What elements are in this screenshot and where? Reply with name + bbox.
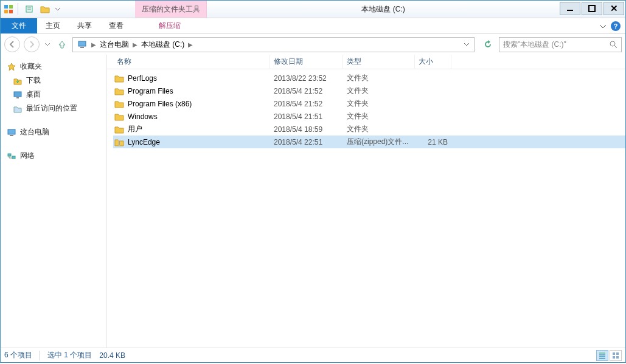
title-bar: 压缩的文件夹工具 本地磁盘 (C:) ✕ xyxy=(1,1,625,18)
col-name[interactable]: 名称 xyxy=(113,55,270,69)
chevron-right-icon[interactable]: ▶ xyxy=(90,41,97,48)
col-size[interactable]: 大小 xyxy=(415,55,451,69)
address-dropdown-icon[interactable] xyxy=(462,42,471,47)
svg-rect-27 xyxy=(613,352,615,355)
file-date: 2018/5/4 22:51 xyxy=(270,138,343,146)
file-date: 2013/8/22 23:52 xyxy=(270,74,343,83)
downloads-icon xyxy=(13,76,23,86)
chevron-right-icon[interactable]: ▶ xyxy=(131,41,139,48)
contextual-tab-header: 压缩的文件夹工具 xyxy=(135,1,207,18)
svg-line-12 xyxy=(614,46,617,48)
file-type: 文件夹 xyxy=(343,86,415,96)
recent-places-icon xyxy=(13,104,23,114)
sidebar-item-label: 网络 xyxy=(20,151,35,161)
view-large-icons-button[interactable] xyxy=(610,350,622,361)
crumb-current[interactable]: 本地磁盘 (C:) xyxy=(139,39,187,50)
address-bar[interactable]: ▶ 这台电脑 ▶ 本地磁盘 (C:) ▶ xyxy=(72,37,475,52)
navigation-bar: ▶ 这台电脑 ▶ 本地磁盘 (C:) ▶ 搜索"本地磁盘 (C:)" xyxy=(1,34,625,55)
qat-new-folder-button[interactable] xyxy=(38,2,52,16)
window-controls: ✕ xyxy=(560,1,625,18)
search-input[interactable]: 搜索"本地磁盘 (C:)" xyxy=(499,37,622,52)
svg-rect-28 xyxy=(616,352,619,355)
file-row[interactable]: 用户2018/5/4 18:59文件夹 xyxy=(113,123,625,136)
svg-rect-24 xyxy=(599,354,605,355)
svg-point-11 xyxy=(610,41,615,46)
tab-home[interactable]: 主页 xyxy=(37,18,69,33)
file-type: 压缩(zipped)文件... xyxy=(343,137,415,147)
folder-icon xyxy=(114,99,124,109)
file-name: 用户 xyxy=(128,124,142,134)
desktop-icon xyxy=(13,90,23,100)
svg-rect-15 xyxy=(8,129,15,134)
file-rows: PerfLogs2013/8/22 23:52文件夹Program Files2… xyxy=(107,69,625,148)
sidebar-item-network[interactable]: 网络 xyxy=(1,149,106,163)
status-selected-count: 选中 1 个项目 xyxy=(47,350,92,360)
forward-button[interactable] xyxy=(24,36,40,52)
favorites-header[interactable]: 收藏夹 xyxy=(1,60,106,74)
file-row[interactable]: Program Files (x86)2018/5/4 21:52文件夹 xyxy=(113,97,625,110)
svg-rect-25 xyxy=(599,356,605,357)
zip-icon xyxy=(114,137,124,147)
refresh-button[interactable] xyxy=(481,37,495,52)
chevron-right-icon[interactable]: ▶ xyxy=(187,41,194,48)
sidebar-item-label: 最近访问的位置 xyxy=(26,103,77,114)
file-type: 文件夹 xyxy=(343,124,415,134)
crumb-this-pc[interactable]: 这台电脑 xyxy=(97,39,131,50)
sidebar-item-desktop[interactable]: 桌面 xyxy=(1,88,106,101)
svg-rect-14 xyxy=(16,97,19,98)
qat-properties-button[interactable] xyxy=(22,2,37,16)
file-name: LyncEdge xyxy=(128,138,160,146)
tab-share[interactable]: 共享 xyxy=(69,18,100,33)
file-date: 2018/5/4 21:52 xyxy=(270,87,343,95)
file-row[interactable]: Program Files2018/5/4 21:52文件夹 xyxy=(113,84,625,97)
crumb-computer-icon[interactable] xyxy=(75,40,90,49)
up-button[interactable] xyxy=(55,38,69,51)
file-tab[interactable]: 文件 xyxy=(1,18,37,33)
history-dropdown[interactable] xyxy=(43,36,52,52)
ribbon-expand-icon[interactable] xyxy=(600,23,606,29)
sidebar-item-this-pc[interactable]: 这台电脑 xyxy=(1,125,106,139)
column-headers: 名称 修改日期 类型 大小 xyxy=(107,55,625,69)
file-date: 2018/5/4 21:51 xyxy=(270,112,343,121)
col-type[interactable]: 类型 xyxy=(343,55,415,69)
file-name: Program Files xyxy=(128,87,173,95)
file-type: 文件夹 xyxy=(343,111,415,122)
view-details-button[interactable] xyxy=(596,350,608,361)
folder-icon xyxy=(114,74,124,83)
star-icon xyxy=(7,62,16,72)
sidebar-item-downloads[interactable]: 下载 xyxy=(1,74,106,88)
search-icon xyxy=(609,40,617,49)
window-title: 本地磁盘 (C:) xyxy=(207,1,560,18)
search-placeholder: 搜索"本地磁盘 (C:)" xyxy=(503,39,566,50)
folder-icon xyxy=(114,86,124,96)
sidebar-item-recent[interactable]: 最近访问的位置 xyxy=(1,101,106,115)
file-date: 2018/5/4 21:52 xyxy=(270,100,343,108)
svg-rect-30 xyxy=(616,356,619,359)
sidebar-item-label: 下载 xyxy=(26,75,41,86)
tab-view[interactable]: 查看 xyxy=(100,18,132,33)
file-type: 文件夹 xyxy=(343,73,415,83)
file-date: 2018/5/4 18:59 xyxy=(270,125,343,134)
svg-rect-16 xyxy=(10,135,13,136)
status-selected-size: 20.4 KB xyxy=(99,351,125,360)
svg-rect-26 xyxy=(599,358,605,359)
file-row[interactable]: PerfLogs2013/8/22 23:52文件夹 xyxy=(113,72,625,84)
svg-rect-3 xyxy=(9,10,13,13)
file-name: Program Files (x86) xyxy=(128,100,192,108)
qat-customize-dropdown[interactable] xyxy=(54,2,62,16)
status-item-count: 6 个项目 xyxy=(4,350,32,360)
col-date[interactable]: 修改日期 xyxy=(270,55,343,69)
file-list-pane: 名称 修改日期 类型 大小 PerfLogs2013/8/22 23:52文件夹… xyxy=(107,55,625,348)
maximize-button[interactable] xyxy=(582,2,602,15)
network-icon xyxy=(7,151,16,161)
svg-rect-17 xyxy=(8,154,11,156)
file-row[interactable]: Windows2018/5/4 21:51文件夹 xyxy=(113,110,625,123)
tab-extract[interactable]: 解压缩 xyxy=(150,18,189,33)
close-button[interactable]: ✕ xyxy=(603,2,624,15)
help-icon[interactable]: ? xyxy=(611,21,621,31)
file-row[interactable]: LyncEdge2018/5/4 22:51压缩(zipped)文件...21 … xyxy=(113,136,625,148)
computer-icon xyxy=(7,128,16,137)
minimize-button[interactable] xyxy=(560,2,580,15)
svg-rect-10 xyxy=(80,47,84,48)
back-button[interactable] xyxy=(4,36,20,52)
